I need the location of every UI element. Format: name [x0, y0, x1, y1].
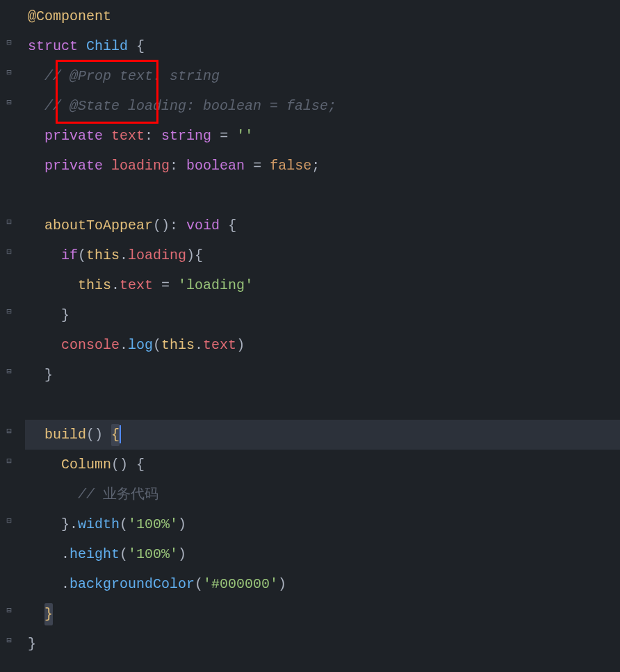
brace-token: { — [136, 35, 145, 58]
string-token: 'loading' — [178, 274, 253, 297]
keyword-token: void — [186, 215, 220, 237]
identifier-token: text — [111, 125, 145, 147]
fold-icon[interactable]: ⊟ — [4, 457, 14, 467]
code-line-current[interactable]: build() { — [25, 420, 620, 450]
fold-icon[interactable]: ⊟ — [4, 218, 14, 228]
fold-icon[interactable]: ⊟ — [4, 248, 14, 258]
method-token: log — [128, 334, 153, 357]
operator-token: = — [161, 274, 170, 297]
type-token: string — [161, 125, 211, 147]
brace-token: } — [61, 304, 70, 327]
string-token: '100%' — [128, 543, 178, 566]
paren-token: () — [86, 424, 103, 446]
paren-token: ) — [178, 543, 186, 566]
punct-token: . — [111, 274, 120, 297]
paren-token: ) — [186, 245, 195, 267]
annotation-token: @Component — [28, 6, 111, 28]
fold-icon[interactable]: ⊟ — [4, 39, 14, 49]
code-line[interactable]: this.text = 'loading' — [25, 270, 620, 300]
method-token: width — [78, 514, 120, 536]
code-line[interactable]: console.log(this.text) — [25, 330, 620, 360]
code-line[interactable]: struct Child { — [25, 31, 620, 61]
fold-icon[interactable]: ⊟ — [4, 517, 14, 527]
identifier-token: console — [61, 334, 120, 357]
code-line[interactable] — [25, 181, 620, 211]
code-line[interactable]: } — [25, 629, 620, 659]
punct-token: : — [170, 215, 178, 237]
paren-token: ) — [236, 334, 245, 357]
code-line[interactable]: .height('100%') — [25, 539, 620, 569]
punct-token: . — [61, 573, 70, 596]
identifier-token: loading — [111, 155, 170, 177]
code-line[interactable] — [25, 390, 620, 420]
fold-icon[interactable]: ⊟ — [4, 69, 14, 79]
keyword-token: private — [44, 125, 103, 147]
code-line[interactable]: .backgroundColor('#000000') — [25, 569, 620, 599]
brace-token: { — [195, 245, 203, 267]
this-token: this — [161, 334, 195, 357]
punct-token: : — [145, 125, 153, 147]
paren-token: () — [111, 454, 128, 476]
code-line[interactable]: private text: string = '' — [25, 121, 620, 151]
operator-token: = — [253, 155, 261, 177]
brace-token: } — [61, 514, 70, 536]
operator-token: = — [220, 125, 228, 147]
paren-token: ( — [120, 543, 128, 566]
comment-token: 业务代码 — [103, 484, 158, 506]
fold-icon[interactable]: ⊟ — [4, 607, 14, 616]
paren-token: ( — [153, 334, 161, 357]
code-line[interactable]: if(this.loading){ — [25, 240, 620, 270]
comment-token: // @State — [44, 95, 120, 117]
type-token: boolean — [186, 155, 245, 177]
code-line[interactable]: } — [25, 300, 620, 330]
code-line[interactable]: } — [25, 599, 620, 629]
function-token: build — [44, 424, 86, 446]
code-area[interactable]: @Component struct Child { // @Prop text:… — [19, 0, 620, 672]
method-token: backgroundColor — [70, 573, 195, 596]
punct-token: ; — [311, 155, 320, 177]
fold-icon[interactable]: ⊟ — [4, 637, 14, 646]
string-token: '#000000' — [203, 573, 278, 596]
property-token: text — [203, 334, 236, 357]
paren-token: () — [153, 215, 170, 237]
this-token: this — [78, 274, 111, 297]
code-line[interactable]: // @State loading: boolean = false; — [25, 91, 620, 121]
brace-token: { — [228, 215, 236, 237]
function-token: Column — [61, 454, 111, 476]
code-line[interactable]: }.width('100%') — [25, 509, 620, 539]
punct-token: . — [195, 334, 203, 357]
code-line[interactable]: aboutToAppear(): void { — [25, 211, 620, 240]
keyword-token: private — [44, 155, 103, 177]
paren-token: ) — [178, 514, 186, 536]
brace-token: } — [44, 364, 53, 386]
property-token: text — [120, 274, 153, 297]
code-line[interactable]: private loading: boolean = false; — [25, 151, 620, 181]
fold-icon[interactable]: ⊟ — [4, 99, 14, 108]
paren-token: ( — [195, 573, 203, 596]
keyword-token: if — [61, 245, 78, 267]
comment-token: loading: boolean = false; — [120, 95, 336, 117]
comment-token: text: string — [111, 65, 220, 88]
code-editor[interactable]: ⊟ ⊟ ⊟ ⊟ ⊟ ⊟ ⊟ ⊟ ⊟ ⊟ ⊟ ⊟ @Component struc… — [0, 0, 620, 672]
string-token: '' — [236, 125, 253, 147]
comment-token: // — [78, 484, 103, 506]
string-token: '100%' — [128, 514, 178, 536]
code-line[interactable]: // @Prop text: string — [25, 61, 620, 91]
brace-token: { — [136, 454, 145, 476]
punct-token: : — [170, 155, 178, 177]
paren-token: ( — [78, 245, 86, 267]
code-line[interactable]: @Component — [25, 1, 620, 31]
code-line[interactable]: Column() { — [25, 450, 620, 480]
punct-token: . — [120, 245, 128, 267]
fold-icon[interactable]: ⊟ — [4, 427, 14, 437]
punct-token: . — [70, 514, 78, 536]
punct-token: . — [61, 543, 70, 566]
code-line[interactable]: } — [25, 360, 620, 390]
fold-icon[interactable]: ⊟ — [4, 308, 14, 318]
caret-icon — [120, 425, 121, 443]
paren-token: ) — [278, 573, 286, 596]
fold-icon[interactable]: ⊟ — [4, 368, 14, 377]
comment-token: // @Prop — [44, 65, 111, 88]
method-token: height — [70, 543, 120, 566]
code-line[interactable]: // 业务代码 — [25, 480, 620, 509]
